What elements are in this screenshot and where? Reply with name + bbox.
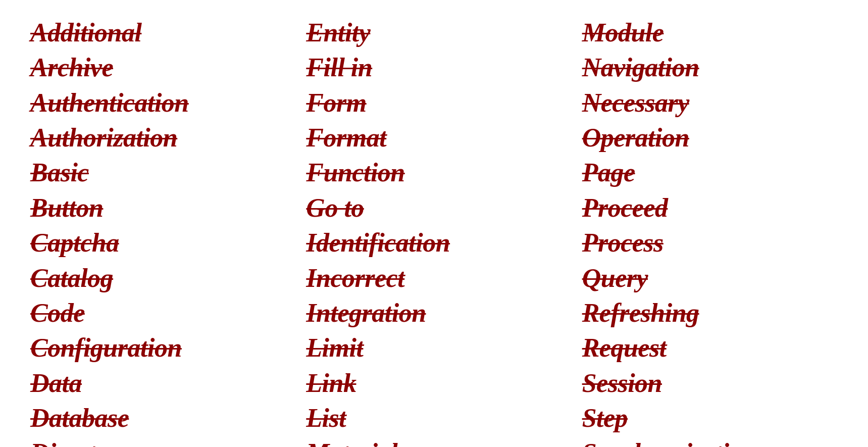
word-item: Necessary (582, 85, 838, 120)
word-item: Entity (306, 15, 561, 50)
word-item: Catalog (30, 261, 286, 295)
word-item: Code (30, 295, 286, 330)
word-item: Limit (306, 330, 561, 365)
word-item: Page (582, 155, 838, 190)
word-item: Data (30, 366, 286, 401)
word-item: Function (306, 155, 561, 190)
word-item: Step (582, 401, 838, 435)
word-item: Session (582, 366, 838, 401)
word-item: Fill in (306, 50, 561, 85)
word-item: Integration (306, 295, 561, 330)
word-item: Form (306, 85, 561, 120)
word-item: Directory (30, 435, 286, 447)
word-item: Request (582, 330, 838, 365)
word-item: Material (306, 435, 561, 447)
word-item: Operation (582, 120, 838, 155)
word-item: Database (30, 401, 286, 435)
word-item: Captcha (30, 225, 286, 260)
word-item: Configuration (30, 330, 286, 365)
word-item: Incorrect (306, 261, 561, 295)
word-item: Authentication (30, 85, 286, 120)
word-grid: AdditionalEntityModuleArchiveFill inNavi… (30, 15, 838, 447)
word-item: Query (582, 261, 838, 295)
word-item: Additional (30, 15, 286, 50)
word-item: Format (306, 120, 561, 155)
word-item: Process (582, 225, 838, 260)
word-item: Synchronization (582, 435, 838, 447)
word-item: Identification (306, 225, 561, 260)
word-item: Refreshing (582, 295, 838, 330)
word-item: List (306, 401, 561, 435)
word-item: Proceed (582, 190, 838, 225)
word-item: Link (306, 366, 561, 401)
word-item: Button (30, 190, 286, 225)
word-item: Authorization (30, 120, 286, 155)
word-item: Go to (306, 190, 561, 225)
word-item: Archive (30, 50, 286, 85)
word-item: Module (582, 15, 838, 50)
word-item: Basic (30, 155, 286, 190)
word-item: Navigation (582, 50, 838, 85)
